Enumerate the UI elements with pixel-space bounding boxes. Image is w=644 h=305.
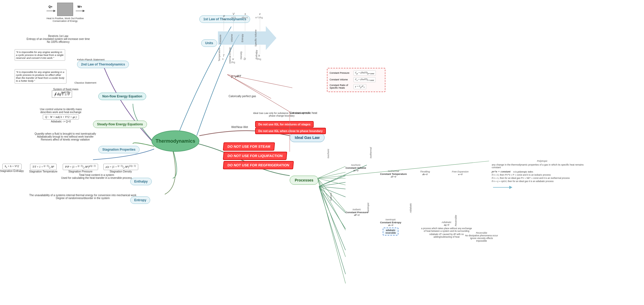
stagnation-note2: Adiabatically brougt to rest without wor… [35, 135, 96, 138]
second-law-box: 2nd Law of Thermodynamics [77, 61, 129, 68]
steadyflow-formula: Q − W = mΔ( h + V²/2 + gz ) [43, 114, 79, 119]
svg-text:J/kg K: J/kg K [241, 16, 248, 19]
svg-text:Temperature: Temperature [218, 48, 221, 61]
isentropic-branch: Isentropic [367, 203, 369, 213]
stagnation-formulas: hs = h + V²/2 Stagnation Enthalpy T/T = … [0, 164, 138, 173]
isobaric-section: Isobaric Constant Pressure dP=0 [346, 208, 368, 216]
svg-marker-2 [218, 26, 276, 50]
do-not-refrig: DO NOT USE FOR REGFRIGERATION [223, 161, 293, 169]
svg-line-40 [319, 186, 346, 250]
adiabatic-box2: reversible [385, 232, 396, 234]
first-law-diagram-label: Heat In Positive, Work Out Positive [45, 17, 85, 20]
isobaric-branch: Isobaric [330, 192, 332, 201]
stagnation-enthalpy-label: Stagnation Enthalpy [0, 170, 24, 172]
stagnation-box: Stagnation Properties [98, 146, 140, 153]
svg-text:Specific Volume: Specific Volume [254, 30, 257, 47]
svg-line-50 [318, 178, 346, 257]
svg-line-45 [318, 172, 346, 178]
enthalpy-notes: Total heat content in a system Used for … [61, 174, 132, 179]
units-topic: Units [201, 39, 217, 47]
svg-text:s: s [245, 12, 246, 15]
polytropic-note1: any change in the thermodynamic properti… [492, 163, 593, 169]
poly-n1: if n = 1, then for an ideal gas PV = NkT… [492, 177, 593, 179]
free-expansion-label: Free Expansion [452, 170, 469, 173]
isothermal-sub: Constant Temperature [380, 172, 407, 175]
svg-line-35 [319, 182, 346, 186]
isochoric-branch: Isochoric [327, 149, 330, 158]
isobaric-sub: Constant Pressure [346, 211, 368, 214]
nonflow-notes: System of fixed mass q-w=Δu [53, 88, 78, 94]
reversible-note1: No dissipative phenomena occur [465, 234, 498, 237]
units-box: Units [201, 39, 217, 47]
free-expansion-eq: w=0 [452, 173, 469, 176]
wet-warn2: Do not use IGL when close to phase bound… [255, 128, 326, 134]
svg-line-44 [318, 166, 346, 178]
polytropic-n: n is polytropic index [513, 170, 533, 173]
entropy-note1: The unavailability of a systems internal… [29, 194, 136, 197]
nonflow-topic: Non-flow Energy Equation [98, 93, 146, 100]
isentropic-section: Isentropic Constant Entropy ds=0 adiabat… [380, 218, 401, 236]
adiabatic-reversible-box: adiabatic reversible [383, 228, 398, 236]
cv-formula: Cv = (∂u/∂T)v=const [353, 77, 376, 82]
svg-line-37 [319, 186, 346, 197]
throttling-section: Throttling dh=0 [420, 170, 430, 176]
nonflow-mass: System of fixed mass [53, 88, 78, 91]
stagnation-temp-formula: T/T = 1 + (γ−1)/2 M² [30, 164, 57, 170]
svg-text:D: D [244, 57, 246, 60]
units-diagram: p Pa V m^3 s J/kg K v m^3/kg Pressure Vo… [218, 10, 284, 66]
processes-box: Processes [290, 176, 318, 185]
stagnation-note1: Quantity when a fluid is brought to rest… [35, 132, 96, 135]
reversible-section: Reversible No dissipative phenomena occu… [465, 232, 498, 242]
entropy-note2: Degree of randomness/disorder in the sys… [29, 197, 136, 200]
central-label: Thermodynamics [155, 138, 195, 144]
svg-line-55 [227, 75, 290, 112]
entropy-notes: The unavailability of a systems internal… [29, 194, 136, 200]
reversible-label: Reversible [465, 232, 498, 234]
stagnation-pressure-label: Stagnation Pressure [63, 170, 98, 173]
svg-text:Entropy: Entropy [241, 34, 244, 42]
svg-text:p: p [223, 14, 225, 17]
isentropic-eq: ds=0 [380, 224, 401, 226]
isentropic-label: Isentropic [380, 218, 401, 221]
no-100-efficiency: No 100% efficiency [27, 40, 90, 43]
stagnation-topic: Stagnation Properties [98, 146, 140, 153]
polytropic-formula: pv^n = constant [492, 170, 511, 173]
polytropic-label: Polytropic [492, 160, 593, 162]
isothermal-section: Isothermal Constant Temperature dT=0 [380, 170, 407, 178]
svg-text:Pressure: Pressure [219, 35, 222, 44]
svg-text:J/kg: J/kg [231, 61, 235, 64]
svg-line-36 [319, 186, 346, 189]
constant-volume-label: Constant Volume [330, 78, 353, 81]
svg-text:m^3: m^3 [231, 16, 236, 19]
restricts-1st-law: Restricts 1st Law [27, 35, 90, 38]
ideal-gas-box: Ideal Gas Law [290, 133, 325, 142]
enthalpy-box: Enthalpy [130, 178, 152, 185]
cp-formula: Cp = (∂h/∂T)p=const [353, 71, 376, 76]
stagnation-temp-label: Stagnation Temperature [29, 170, 58, 173]
reversible-note2: Ignore viscosity effects [465, 237, 498, 240]
svg-text:v: v [259, 12, 261, 15]
steadyflow-note2: describes work and heat exchange [40, 111, 82, 114]
isochoric-label: Isochoric [346, 164, 366, 166]
second-law-topic: 2nd Law of Thermodynamics [77, 61, 129, 68]
stagnation-note3: Removes affect of kinetic energy valiati… [35, 138, 96, 141]
svg-text:K: K [222, 58, 224, 60]
svg-line-47 [318, 178, 346, 185]
throttling-label: Throttling [420, 170, 430, 173]
first-law-diagram: Q+ W+ Heat In Positive, Work Out Positiv… [45, 3, 85, 22]
svg-text:u: u [232, 57, 234, 60]
ideal-gas-topic: Ideal Gas Law [290, 133, 325, 142]
processes-topic: Processes [290, 176, 318, 185]
svg-line-34 [319, 176, 346, 186]
isochoric-eq: dv=0 [346, 169, 366, 172]
svg-text:Density: Density [240, 51, 242, 59]
svg-text:Internal Energy: Internal Energy [229, 47, 231, 64]
enthalpy-note1: Total heat content in a system [61, 174, 132, 176]
poly-n0: if n = 0, then PV^0 = P = const and it i… [492, 174, 593, 176]
calorically-perfect: Calorically perfect gas [229, 94, 256, 98]
w-label: W+ [78, 5, 82, 8]
kp-label: Kelvin-Planck Statement [77, 58, 105, 61]
ideal-gas-only-note: Ideal Gas Law only for substance "well r… [250, 112, 314, 117]
adiabatic-note: Adiabatic -> Q=0 [40, 120, 82, 123]
do-not-steam: DO NOT USE FOR STEAM [223, 142, 275, 151]
